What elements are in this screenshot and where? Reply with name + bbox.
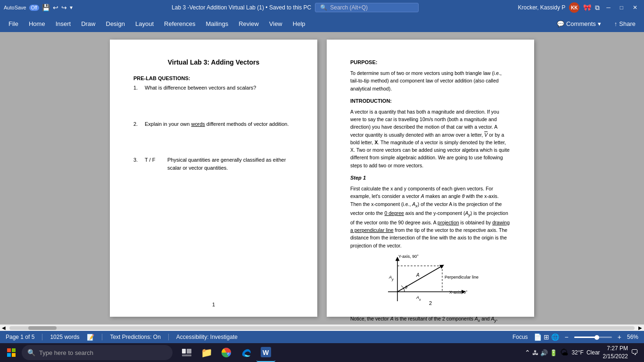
zoom-slider[interactable] <box>574 337 612 338</box>
q1-text: What is difference between vectors and s… <box>145 84 256 92</box>
zoom-bar[interactable] <box>574 337 612 338</box>
scroll-right-icon[interactable]: ▶ <box>636 325 644 330</box>
menu-draw[interactable]: Draw <box>76 18 100 29</box>
q2-num: 2. <box>133 120 141 128</box>
restore-icon[interactable]: ⧉ <box>595 4 600 12</box>
status-right: Focus 📄 ⊞ 🌐 − + 56% <box>512 333 638 341</box>
start-button[interactable] <box>2 343 21 362</box>
menu-insert[interactable]: Insert <box>51 18 76 29</box>
menu-design[interactable]: Design <box>101 18 130 29</box>
taskview-button[interactable] <box>177 343 196 362</box>
page1-title: Virtual Lab 3: Adding Vectors <box>133 58 294 66</box>
date: 2/15/2022 <box>603 353 628 361</box>
menu-references[interactable]: References <box>159 18 200 29</box>
menu-file[interactable]: File <box>4 18 23 29</box>
save-icon[interactable]: 💾 <box>42 4 50 11</box>
web-layout-icon[interactable]: 🌐 <box>551 333 559 341</box>
status-bar: Page 1 of 5 1025 words 📝 Text Prediction… <box>0 331 644 343</box>
chrome-app[interactable] <box>217 343 236 362</box>
ribbon-icon[interactable]: 🎀 <box>583 4 591 11</box>
zoom-level[interactable]: 56% <box>627 334 638 340</box>
user-avatar[interactable]: KK <box>569 2 579 13</box>
svg-rect-14 <box>7 353 11 357</box>
autosave-label: AutoSave <box>4 5 26 10</box>
svg-rect-15 <box>12 353 16 357</box>
svg-text:A: A <box>416 272 420 278</box>
zoom-plus-icon[interactable]: + <box>618 333 621 341</box>
menu-layout[interactable]: Layout <box>131 18 158 29</box>
text-predictions[interactable]: Text Predictions: On <box>110 334 160 340</box>
q2-text: Explain in your own words different meth… <box>145 120 289 128</box>
network-icon[interactable]: 🖧 <box>532 349 538 356</box>
content-area: Virtual Lab 3: Adding Vectors PRE-LAB QU… <box>0 32 644 324</box>
explorer-app[interactable]: 📁 <box>197 343 216 362</box>
menu-review[interactable]: Review <box>234 18 264 29</box>
user-name: Krocker, Kassidy P <box>518 4 566 11</box>
accessibility[interactable]: Accessibility: Investigate <box>176 334 238 340</box>
taskbar-search-box[interactable]: 🔍 Type here to search <box>22 345 173 360</box>
menu-view[interactable]: View <box>264 18 287 29</box>
q3-num: 3. <box>133 156 141 172</box>
read-mode-icon[interactable]: 📄 <box>534 333 542 341</box>
svg-text:Perpendicular line: Perpendicular line <box>445 275 479 280</box>
volume-icon[interactable]: 🔊 <box>540 349 548 356</box>
page-1: Virtual Lab 3: Adding Vectors PRE-LAB QU… <box>110 40 317 317</box>
redo-icon[interactable]: ↪ <box>61 4 67 11</box>
minimize-button[interactable]: ─ <box>603 4 613 11</box>
edge-app[interactable] <box>237 343 256 362</box>
step1-section: Step 1 First calculate the x and y compo… <box>350 174 511 249</box>
q1-num: 1. <box>133 84 141 92</box>
title-search-box[interactable]: 🔍 Search (Alt+Q) <box>315 3 419 12</box>
search-placeholder: Search (Alt+Q) <box>330 4 368 11</box>
notification-icon[interactable]: 🗨 <box>631 348 638 357</box>
weather-widget[interactable]: 🌤 32°F Clear <box>560 348 600 358</box>
scroll-track[interactable] <box>9 326 635 330</box>
purpose-section: PURPOSE: To determine sum of two or more… <box>350 58 511 92</box>
horizontal-scrollbar[interactable]: ◀ ▶ <box>0 324 644 331</box>
chevron-down-icon: ▾ <box>598 20 601 27</box>
search-icon: 🔍 <box>320 4 327 11</box>
maximize-button[interactable]: □ <box>617 4 626 11</box>
autosave-toggle[interactable]: Off <box>29 5 39 11</box>
svg-text:W: W <box>263 349 269 356</box>
question-3: 3. T / F Physical quantities are general… <box>133 156 294 172</box>
prelab-heading: PRE-LAB QUESTIONS: <box>133 75 294 81</box>
print-layout-icon[interactable]: ⊞ <box>544 333 549 341</box>
svg-rect-13 <box>12 348 16 352</box>
separator2 <box>102 334 102 340</box>
menu-help[interactable]: Help <box>288 18 310 29</box>
undo-icon[interactable]: ↩ <box>53 4 58 11</box>
comments-button[interactable]: 💬 Comments ▾ <box>552 18 606 29</box>
word-app[interactable]: W <box>256 343 275 362</box>
temperature: 32°F <box>571 349 583 356</box>
q3-text: Physical quantities are generally classi… <box>167 156 294 172</box>
zoom-knob[interactable] <box>594 335 599 340</box>
page2-number: 2 <box>429 299 432 307</box>
purpose-heading: PURPOSE: <box>350 58 511 66</box>
close-button[interactable]: ✕ <box>630 4 640 11</box>
menu-home[interactable]: Home <box>24 18 50 29</box>
focus-button[interactable]: Focus <box>512 334 528 340</box>
svg-text:Ay: Ay <box>388 275 394 281</box>
menu-mailings[interactable]: Mailings <box>201 18 233 29</box>
svg-line-2 <box>397 266 442 292</box>
clock[interactable]: 7:27 PM 2/15/2022 <box>603 345 628 361</box>
scroll-left-icon[interactable]: ◀ <box>0 325 8 330</box>
track-changes-icon[interactable]: 📝 <box>87 334 94 341</box>
separator3 <box>168 334 169 340</box>
taskbar-search-placeholder: Type here to search <box>39 349 93 356</box>
zoom-minus-icon[interactable]: − <box>565 333 569 341</box>
share-button[interactable]: ↑ Share <box>610 18 640 29</box>
q3-label: T / F <box>145 156 164 172</box>
step1-heading: Step 1 <box>350 174 511 182</box>
notice-text: Notice, the vector A is the resultant of… <box>350 315 511 324</box>
battery-icon[interactable]: 🔋 <box>550 349 557 356</box>
time: 7:27 PM <box>603 345 628 353</box>
scroll-thumb[interactable] <box>28 326 57 330</box>
step1-text: First calculate the x and y components o… <box>350 185 511 249</box>
chevron-up-icon[interactable]: ⌃ <box>525 349 530 356</box>
purpose-text: To determine sum of two or more vectors … <box>350 69 511 92</box>
menu-bar-right: 💬 Comments ▾ ↑ Share <box>552 18 640 29</box>
svg-text:X-axis,  0°: X-axis, 0° <box>449 290 468 295</box>
taskbar-search-icon: 🔍 <box>27 349 35 356</box>
